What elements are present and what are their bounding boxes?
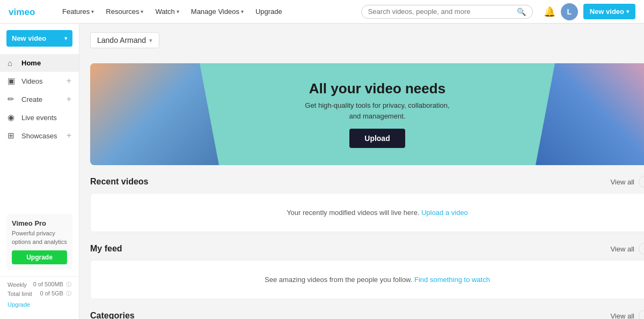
live-icon: ◉ — [8, 113, 17, 122]
vimeo-pro-promo: Vimeo Pro Powerful privacy options and a… — [6, 214, 72, 270]
sidebar-item-showcases[interactable]: ⊞ Showcases + — [0, 127, 79, 145]
home-icon: ⌂ — [8, 58, 17, 68]
main-layout: New video ▾ ⌂ Home ▣ Videos + ✏ Create +… — [0, 24, 644, 319]
categories-section: Categories View all ‹ › — [90, 310, 644, 319]
my-feed-prev-button[interactable]: ‹ — [639, 243, 644, 255]
sidebar-item-home[interactable]: ⌂ Home — [0, 54, 79, 72]
search-icon: 🔍 — [517, 8, 526, 16]
search-input[interactable] — [368, 8, 514, 16]
pro-title: Vimeo Pro — [12, 219, 67, 227]
banner-decoration-left — [90, 63, 219, 165]
plus-icon: + — [67, 94, 71, 104]
sidebar-item-live-events[interactable]: ◉ Live events — [0, 108, 79, 127]
promo-banner: ✕ All your video needs Get high-quality … — [90, 63, 644, 165]
categories-actions: View all ‹ › — [610, 310, 644, 319]
plus-icon: + — [67, 76, 71, 86]
video-icon: ▣ — [8, 76, 17, 86]
plus-icon: + — [67, 131, 71, 140]
categories-title: Categories — [90, 311, 135, 319]
nav-features[interactable]: Features ▾ — [57, 4, 99, 19]
chevron-down-icon: ▾ — [149, 37, 152, 44]
vimeo-logo[interactable]: vimeo — [9, 6, 46, 18]
upload-video-link[interactable]: Upload a video — [421, 209, 468, 217]
recent-videos-title: Recent videos — [90, 177, 148, 187]
my-feed-actions: View all ‹ › — [610, 243, 644, 255]
categories-view-all[interactable]: View all — [610, 312, 634, 320]
notifications-button[interactable]: 🔔 — [544, 6, 555, 18]
topbar: vimeo Features ▾ Resources ▾ Watch ▾ Man… — [0, 0, 644, 24]
chevron-down-icon: ▾ — [64, 35, 67, 41]
sidebar-item-videos[interactable]: ▣ Videos + — [0, 72, 79, 90]
recent-videos-nav-arrows: ‹ › — [639, 176, 644, 188]
upgrade-button[interactable]: Upgrade — [12, 250, 67, 264]
nav-watch[interactable]: Watch ▾ — [150, 4, 184, 19]
weekly-storage-row: Weekly 0 of 500MB ⓘ — [8, 281, 71, 288]
storage-section: Weekly 0 of 500MB ⓘ Total limit 0 of 5GB… — [0, 276, 79, 313]
topbar-right-actions: 🔔 L New video ▾ — [544, 3, 635, 20]
recent-videos-header: Recent videos View all ‹ › — [90, 176, 644, 188]
chevron-down-icon: ▾ — [626, 9, 629, 14]
pro-description: Powerful privacy options and analytics — [12, 229, 67, 246]
search-bar: 🔍 — [361, 5, 533, 19]
banner-decoration-right — [536, 63, 644, 165]
svg-text:vimeo: vimeo — [9, 7, 35, 17]
banner-title: All your video needs — [305, 80, 449, 97]
my-feed-title: My feed — [90, 244, 122, 254]
recent-videos-prev-button[interactable]: ‹ — [639, 176, 644, 188]
categories-nav-arrows: ‹ › — [639, 310, 644, 319]
nav-upgrade[interactable]: Upgrade — [250, 4, 288, 19]
top-nav: Features ▾ Resources ▾ Watch ▾ Manage Vi… — [57, 4, 288, 19]
account-selector[interactable]: Lando Armand ▾ — [90, 32, 159, 48]
avatar-button[interactable]: L — [561, 3, 578, 20]
account-name: Lando Armand — [97, 36, 146, 44]
banner-upload-button[interactable]: Upload — [349, 129, 405, 148]
chevron-down-icon: ▾ — [141, 9, 143, 14]
create-icon: ✏ — [8, 94, 17, 104]
nav-manage-videos[interactable]: Manage Videos ▾ — [186, 4, 249, 19]
my-feed-header: My feed View all ‹ › — [90, 243, 644, 255]
sidebar-new-video-button[interactable]: New video ▾ — [6, 30, 72, 47]
recent-videos-section: Recent videos View all ‹ › Your recently… — [90, 176, 644, 232]
categories-header: Categories View all ‹ › — [90, 310, 644, 319]
sidebar: New video ▾ ⌂ Home ▣ Videos + ✏ Create +… — [0, 24, 79, 319]
my-feed-view-all[interactable]: View all — [610, 245, 634, 253]
chevron-down-icon: ▾ — [241, 9, 244, 14]
recent-videos-empty: Your recently modified videos will live … — [90, 193, 644, 232]
total-storage-row: Total limit 0 of 5GB ⓘ — [8, 290, 71, 298]
my-feed-nav-arrows: ‹ › — [639, 243, 644, 255]
new-video-button[interactable]: New video ▾ — [583, 4, 635, 19]
main-content: Lando Armand ▾ 🔍 ✕ All your video needs … — [79, 24, 644, 319]
sidebar-item-create[interactable]: ✏ Create + — [0, 90, 79, 108]
recent-videos-actions: View all ‹ › — [610, 176, 644, 188]
info-icon: ⓘ — [66, 281, 71, 287]
categories-prev-button[interactable]: ‹ — [639, 310, 644, 319]
my-feed-section: My feed View all ‹ › See amazing videos … — [90, 243, 644, 299]
find-something-to-watch-link[interactable]: Find something to watch — [414, 276, 490, 284]
account-selector-row: Lando Armand ▾ 🔍 — [90, 32, 644, 56]
banner-subtitle: Get high-quality tools for privacy, coll… — [305, 100, 449, 121]
banner-center-content: All your video needs Get high-quality to… — [305, 80, 449, 148]
showcase-icon: ⊞ — [8, 131, 17, 140]
chevron-down-icon: ▾ — [177, 9, 179, 14]
nav-resources[interactable]: Resources ▾ — [100, 4, 149, 19]
storage-upgrade-link[interactable]: Upgrade — [8, 301, 30, 308]
chevron-down-icon: ▾ — [91, 9, 94, 14]
recent-videos-view-all[interactable]: View all — [610, 178, 634, 186]
sidebar-nav: ⌂ Home ▣ Videos + ✏ Create + ◉ Live even… — [0, 54, 79, 207]
info-icon: ⓘ — [66, 291, 71, 296]
my-feed-empty: See amazing videos from the people you f… — [90, 260, 644, 299]
